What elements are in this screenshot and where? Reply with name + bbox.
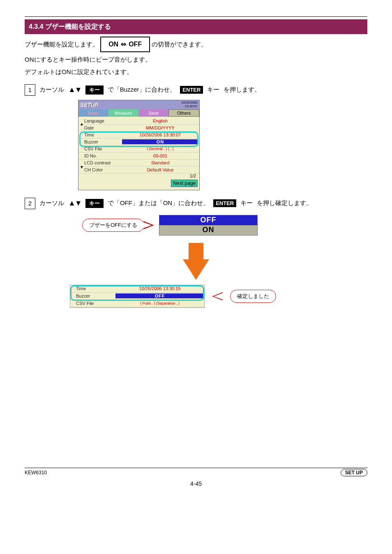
row-lcd-value[interactable]: Standard (122, 160, 198, 165)
cursor-key: キー (85, 85, 104, 95)
step-1-number: 1 (25, 84, 35, 96)
step-2: 2 カーソル ▲▼ キー で「OFF」または「ON」に合わせ、 ENTER キー… (25, 198, 367, 209)
scroll-down-marker: ▼ (80, 165, 84, 169)
intro-line1: ブザー機能を設定します。 ON ⇔ OFF の切替ができます。 (25, 37, 367, 52)
step-1: 1 カーソル ▲▼ キー で「Buzzer」に合わせ、 ENTER キー を押し… (25, 84, 367, 96)
row-buzzer-label: Buzzer (79, 139, 122, 144)
row-buzzer-value[interactable]: ON (122, 139, 198, 144)
d2-buzzer-label: Buzzer (70, 293, 115, 298)
on-label: ON (108, 39, 118, 50)
section-number: 4.3.4 (29, 23, 44, 30)
row-id-label: ID No. (79, 153, 122, 158)
page-number: 4-45 (0, 480, 392, 487)
enter-key: ENTER (180, 86, 203, 94)
enter-key: ENTER (213, 199, 236, 207)
device-screenshot-2: Time10/26/2006 13:30:15 BuzzerOFF CSV Fi… (70, 285, 205, 308)
section-title-bar: 4.3.4 ブザー機能を設定する (25, 19, 367, 34)
callout-confirmed: 確定しました (230, 290, 276, 303)
callout-tail-icon (212, 292, 223, 300)
step-1-pre: カーソル (39, 86, 64, 94)
footer-model: KEW6310 (25, 470, 47, 476)
intro-line1-post: の切替ができます。 (152, 41, 207, 48)
setup-pill: SET UP (341, 469, 367, 476)
d2-time-label: Time (70, 286, 115, 291)
row-id-value[interactable]: 00-001 (122, 153, 198, 158)
callout-buzzer-off: ブザーをOFFにする (82, 219, 144, 232)
option-popup: OFF ON (159, 215, 258, 235)
step-2-mid: で「OFF」または「ON」に合わせ、 (108, 199, 210, 207)
row-csv-value[interactable]: ( Decimal . ) ( , ) (122, 147, 198, 151)
next-page-button[interactable]: Next page (171, 180, 198, 187)
callout-tail-icon (143, 221, 154, 229)
intro-line1-pre: ブザー機能を設定します。 (25, 41, 99, 48)
option-on[interactable]: ON (159, 225, 257, 235)
on-off-box: ON ⇔ OFF (100, 37, 150, 52)
device-pagecount: 1/2 (79, 173, 198, 178)
row-date-value[interactable]: MM/DD/YYYY (122, 125, 198, 130)
d2-buzzer-value: OFF (115, 293, 204, 298)
d2-time-value: 10/26/2006 13:30:15 (115, 286, 204, 291)
arrow-down-icon (183, 259, 209, 280)
device-screenshot-1: SETUP 10/26/2006 13:30:07 Basic Measure … (78, 100, 200, 190)
step-2-post: を押し確定します。 (257, 199, 312, 207)
row-chcolor-value[interactable]: Default Value (122, 167, 198, 172)
option-off[interactable]: OFF (159, 215, 257, 225)
row-lcd-label: LCD contrast (79, 160, 122, 165)
step-2-key2: キー (240, 199, 253, 207)
row-time-label: Time (79, 132, 122, 137)
intro-line2: ONにするとキー操作時にビープ音がします。 (25, 55, 367, 65)
row-language-value[interactable]: English (122, 118, 198, 123)
up-down-icon: ▲▼ (68, 199, 81, 208)
footer: KEW6310 SET UP (25, 468, 367, 476)
step-1-key2: キー (207, 86, 219, 94)
d2-csv-label: CSV File (70, 301, 115, 306)
row-csv-label: CSV File (79, 146, 122, 151)
step-1-post: を押します。 (224, 86, 261, 94)
step-2-number: 2 (25, 198, 35, 209)
row-date-label: Date (79, 125, 122, 130)
cursor-key: キー (85, 199, 104, 208)
step-2-pre: カーソル (39, 199, 64, 207)
row-time-value[interactable]: 10/26/2006 13:30:07 (122, 132, 198, 137)
tab-measure[interactable]: Measure (108, 109, 138, 117)
row-language-label: Language (79, 118, 122, 123)
device-logo: SETUP (80, 102, 98, 108)
scroll-up-marker: ▲ (80, 122, 84, 126)
tab-save[interactable]: Save (138, 109, 168, 117)
d2-csv-value: ( Point . ) (Separation , ) (115, 301, 204, 305)
tab-basic[interactable]: Basic (78, 109, 108, 117)
device-time: 13:30:07 (185, 104, 198, 108)
step-1-mid: で「Buzzer」に合わせ、 (108, 86, 176, 94)
tab-others[interactable]: Others (168, 109, 199, 117)
intro-line3: デフォルトはONに設定されています。 (25, 67, 367, 77)
up-down-icon: ▲▼ (68, 85, 81, 94)
swap-icon: ⇔ (121, 39, 126, 50)
section-title: ブザー機能を設定する (45, 23, 111, 31)
off-label: OFF (129, 39, 142, 50)
row-chcolor-label: CH Color (79, 167, 122, 172)
